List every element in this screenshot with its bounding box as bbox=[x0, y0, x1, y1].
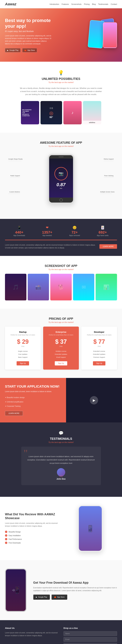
app-store-label: App Store bbox=[27, 49, 35, 51]
enterprise-features: Multiple License Extended Updates Email … bbox=[46, 350, 76, 359]
cta-features-list: ✦ Beautiful modern design ✦ Unlimited am… bbox=[5, 396, 61, 408]
app-store-button[interactable]: 🍎 App Store bbox=[22, 48, 37, 52]
download-phone-block: 📲 bbox=[5, 568, 28, 612]
label-google-maps: Google Shape Ready bbox=[8, 157, 23, 161]
testimonial-box: " Lorem ipsum dolor sit amet lorem incid… bbox=[21, 446, 101, 485]
unlimited-title: UNLIMITED POSSIBILITIES bbox=[5, 77, 117, 81]
nav-contact[interactable]: Contact bbox=[111, 3, 117, 5]
check-icon-3: ✓ bbox=[5, 538, 7, 540]
download-google-play-button[interactable]: ▶ Google Play bbox=[33, 594, 50, 600]
unlimited-description: We are a family-driven, flexible design … bbox=[20, 87, 103, 96]
cta-video-block: ▶ bbox=[66, 378, 122, 422]
learn-more-button[interactable]: LEARN MORE bbox=[99, 244, 117, 249]
download-buttons: ▶ Google Play 🍎 App Store bbox=[33, 594, 117, 600]
pricing-cards: Startup Perfect for small ideas than 10 … bbox=[5, 326, 117, 370]
unlimited-subtitle: Try the best app on the market! bbox=[5, 81, 117, 83]
developer-signup-button[interactable]: Sign Up bbox=[93, 361, 106, 366]
label-radio: Radio Support bbox=[10, 174, 20, 178]
stats-description-row: Lorem ipsum dolor sit amet, consectetur … bbox=[5, 244, 117, 249]
receive-phone-image: 📱 bbox=[78, 505, 103, 552]
feature-subtitle: Try the best app on the market! bbox=[5, 145, 117, 147]
cta-feature-1: ✦ Beautiful modern design bbox=[5, 396, 61, 400]
stats-row: 📱 440+ App Downloads ❤ 1357+ App tweeted… bbox=[5, 226, 117, 236]
google-play-icon: ▶ bbox=[7, 49, 8, 51]
startup-features: Single License Free Updates Basic Suppor… bbox=[7, 350, 38, 359]
stat-removed: 😊 72+ Apps removed bbox=[69, 226, 80, 236]
footer-email-input[interactable] bbox=[63, 637, 117, 642]
startup-period: /mo bbox=[7, 345, 38, 347]
pricing-developer: Developer Perfect for small ideas than 1… bbox=[81, 326, 117, 370]
hero-title: Best way to promote your app! bbox=[5, 18, 61, 29]
enterprise-signup-button[interactable]: Sign Up bbox=[55, 361, 67, 366]
stat-cards: 🃏 692+ App hand cards bbox=[97, 226, 109, 236]
google-play-button[interactable]: ▶ Google Play bbox=[5, 48, 21, 52]
quote-mark-close: " bbox=[24, 473, 98, 484]
check-icon-1: ✓ bbox=[5, 531, 7, 533]
nav-logo[interactable]: Aawaz bbox=[5, 2, 16, 6]
nav-testimonials[interactable]: Testimonials bbox=[98, 3, 108, 5]
stat-tweeted-number: 1357+ bbox=[42, 230, 52, 234]
enterprise-plan-name: Enterprise bbox=[46, 331, 76, 333]
download-phone-image: 📲 bbox=[5, 568, 27, 612]
footer-message-input[interactable] bbox=[63, 643, 117, 644]
testimonials-section: 💬 TESTIMONIALS Try the best app on the m… bbox=[0, 422, 122, 497]
nav-features[interactable]: Features bbox=[61, 3, 69, 5]
hero-section: Best way to promote your app! It's super… bbox=[0, 8, 122, 62]
stat-tweeted: ❤ 1357+ App tweeted bbox=[42, 226, 52, 236]
developer-plan-desc: Perfect for small ideas than 10 Users bbox=[84, 334, 115, 336]
stat-downloads-number: 440+ bbox=[13, 230, 25, 234]
nav-screenshots[interactable]: Screenshots bbox=[71, 3, 81, 5]
label-custom: Custom Buttons bbox=[8, 190, 20, 194]
nav-pricing[interactable]: Pricing bbox=[84, 3, 90, 5]
stat-cards-label: App hand cards bbox=[97, 234, 109, 236]
testimonials-icon: 💬 bbox=[5, 431, 117, 436]
receive-section: What Did You Recieve With AAWAZ Showcase… bbox=[0, 497, 122, 560]
pricing-title: PRICING OF APP bbox=[5, 317, 117, 320]
hero-phone-mockup bbox=[103, 22, 117, 48]
screenshot-5: 📊 bbox=[96, 274, 117, 300]
startup-plan-desc: Perfect for small ideas than 10 Users bbox=[7, 334, 38, 336]
receive-item-4: ✓Free Downloads bbox=[5, 541, 59, 545]
stat-downloads-label: App Downloads bbox=[13, 234, 25, 236]
screenshots-grid: 🎵 📸 🐕 ✉ 📊 bbox=[5, 274, 117, 300]
screenshot-4: ✉ bbox=[73, 274, 94, 300]
footer-form: Send bbox=[63, 631, 117, 644]
nav-blog[interactable]: Blog bbox=[92, 3, 96, 5]
cta-section: START YOUR APPLICATION NOW! Lorem ipsum … bbox=[0, 378, 122, 422]
cta-feature-2: ✦ Unlimited amplification bbox=[5, 400, 61, 404]
nav-introduction[interactable]: Introduction bbox=[50, 3, 59, 5]
cta-learn-more-button[interactable]: LEARN MORE bbox=[5, 411, 23, 416]
hero-description: Lorem ipsum dolor sit amet, consectetur … bbox=[5, 34, 52, 45]
receive-text-block: What Did You Recieve With AAWAZ Showcase… bbox=[5, 512, 59, 545]
center-phone-mockup: 📷 0.87 ◀ ▶ bbox=[48, 154, 74, 204]
footer-contact: Drop us a line Send bbox=[63, 627, 117, 644]
stats-section: 📱 440+ App Downloads ❤ 1357+ App tweeted… bbox=[0, 219, 122, 256]
hero-tagline: It's super easy, fast and flexibale bbox=[5, 30, 61, 32]
quote-mark-open: " bbox=[24, 448, 28, 459]
startup-signup-button[interactable]: Sign Up bbox=[17, 361, 29, 366]
screenshot-2: 📸 bbox=[28, 274, 49, 300]
app-screenshots-row: RECOGNIZINGTHE NEEDFORDRAMATICCONDITION … bbox=[5, 101, 117, 124]
stat-removed-number: 72+ bbox=[69, 230, 80, 234]
receive-description: Lorem ipsum dolor sit amet, consectetur … bbox=[5, 522, 59, 528]
footer-name-input[interactable] bbox=[63, 631, 117, 636]
label-multiple-screen: Multiple Screen Sizes bbox=[100, 190, 115, 194]
enterprise-plan-desc: Perfect for small ideas than 10 Users bbox=[46, 334, 76, 336]
testimonial-quote: Lorem ipsum dolor sit amet lorem incidid… bbox=[26, 455, 96, 465]
feature-diagram: Google Shape Ready Radio Support Custom … bbox=[5, 150, 117, 207]
download-app-store-button[interactable]: 🍎 App Store bbox=[52, 594, 67, 600]
receive-item-1: ✓Beautiful Design bbox=[5, 530, 59, 534]
footer-main: About Us Lorem ipsum dolor sit amet, con… bbox=[0, 620, 122, 644]
check-icon-2: ✓ bbox=[5, 534, 7, 537]
startup-plan-name: Startup bbox=[7, 331, 38, 333]
play-button[interactable]: ▶ bbox=[90, 396, 98, 404]
screenshot-dial: 音量 ◎ 95° bbox=[41, 101, 62, 124]
screenshot-pink: ♪ bbox=[63, 101, 82, 124]
cta-title: START YOUR APPLICATION NOW! bbox=[5, 384, 61, 388]
stat-tweeted-label: App tweeted bbox=[42, 234, 52, 236]
stat-cards-number: 692+ bbox=[97, 230, 109, 234]
receive-item-3: ✓Fast Performance bbox=[5, 537, 59, 541]
footer: About Us Lorem ipsum dolor sit amet, con… bbox=[0, 620, 122, 644]
navbar: Aawaz Introduction Features Screenshots … bbox=[0, 0, 122, 8]
download-google-label: Google Play bbox=[38, 596, 47, 598]
